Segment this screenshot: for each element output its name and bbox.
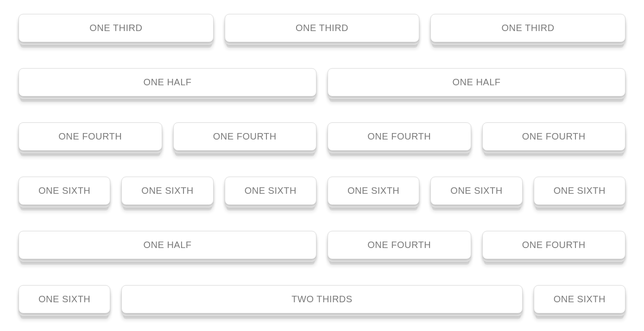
grid-row: ONE THIRD ONE THIRD ONE THIRD (19, 14, 625, 42)
grid-cell-one-sixth: ONE SIXTH (534, 285, 625, 313)
grid-cell-one-sixth: ONE SIXTH (534, 177, 625, 205)
grid-row: ONE SIXTH TWO THIRDS ONE SIXTH (19, 285, 625, 313)
grid-demo: ONE THIRD ONE THIRD ONE THIRD ONE HALF O… (19, 14, 625, 313)
grid-cell-one-sixth: ONE SIXTH (328, 177, 419, 205)
grid-row: ONE FOURTH ONE FOURTH ONE FOURTH ONE FOU… (19, 122, 625, 151)
grid-cell-one-fourth: ONE FOURTH (328, 122, 471, 151)
grid-cell-one-sixth: ONE SIXTH (225, 177, 316, 205)
grid-cell-one-sixth: ONE SIXTH (121, 177, 213, 205)
grid-cell-two-thirds: TWO THIRDS (121, 285, 522, 313)
grid-cell-one-third: ONE THIRD (430, 14, 625, 42)
grid-cell-one-fourth: ONE FOURTH (173, 122, 317, 151)
grid-cell-one-fourth: ONE FOURTH (482, 122, 626, 151)
grid-cell-one-half: ONE HALF (328, 68, 625, 96)
grid-cell-one-half: ONE HALF (19, 68, 316, 96)
grid-cell-one-sixth: ONE SIXTH (430, 177, 522, 205)
grid-cell-one-fourth: ONE FOURTH (19, 122, 162, 151)
grid-cell-one-sixth: ONE SIXTH (19, 285, 110, 313)
grid-cell-one-third: ONE THIRD (19, 14, 214, 42)
grid-cell-one-third: ONE THIRD (225, 14, 420, 42)
grid-cell-one-sixth: ONE SIXTH (19, 177, 110, 205)
grid-row: ONE HALF ONE FOURTH ONE FOURTH (19, 231, 625, 259)
grid-cell-one-fourth: ONE FOURTH (482, 231, 626, 259)
grid-row: ONE HALF ONE HALF (19, 68, 625, 96)
grid-cell-one-fourth: ONE FOURTH (328, 231, 471, 259)
grid-row: ONE SIXTH ONE SIXTH ONE SIXTH ONE SIXTH … (19, 177, 625, 205)
grid-cell-one-half: ONE HALF (19, 231, 316, 259)
